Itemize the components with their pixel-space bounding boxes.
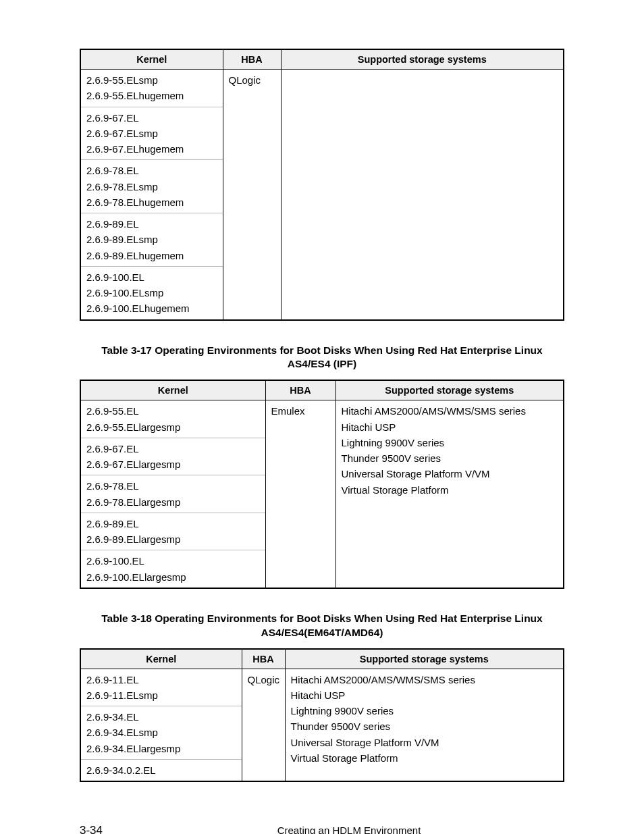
table-row: 2.6.9-11.EL2.6.9-11.ELsmp QLogic Hitachi…: [80, 669, 564, 706]
hba-cell: Emulex: [265, 400, 336, 588]
compatibility-table-1: Kernel HBA Supported storage systems 2.6…: [80, 49, 564, 321]
col-header-kernel: Kernel: [80, 49, 223, 70]
table-row: 2.6.9-55.EL2.6.9-55.ELlargesmp Emulex Hi…: [80, 400, 564, 438]
table-row: 2.6.9-55.ELsmp2.6.9-55.ELhugemem QLogic: [80, 70, 564, 107]
kernel-cell: 2.6.9-55.EL2.6.9-55.ELlargesmp: [80, 400, 265, 438]
sss-cell: Hitachi AMS2000/AMS/WMS/SMS seriesHitach…: [285, 669, 564, 781]
kernel-cell: 2.6.9-34.EL2.6.9-34.ELsmp2.6.9-34.ELlarg…: [80, 706, 242, 760]
kernel-cell: 2.6.9-100.EL2.6.9-100.ELsmp2.6.9-100.ELh…: [80, 266, 223, 319]
table-caption-3-18: Table 3-18 Operating Environments for Bo…: [92, 612, 552, 640]
kernel-cell: 2.6.9-55.ELsmp2.6.9-55.ELhugemem: [80, 70, 223, 107]
col-header-sss: Supported storage systems: [285, 649, 564, 669]
col-header-hba: HBA: [242, 649, 285, 669]
kernel-cell: 2.6.9-78.EL2.6.9-78.ELsmp2.6.9-78.ELhuge…: [80, 160, 223, 213]
kernel-cell: 2.6.9-100.EL2.6.9-100.ELlargesmp: [80, 550, 265, 588]
compatibility-table-3: Kernel HBA Supported storage systems 2.6…: [80, 648, 564, 783]
table-caption-3-17: Table 3-17 Operating Environments for Bo…: [92, 344, 552, 372]
compatibility-table-2: Kernel HBA Supported storage systems 2.6…: [80, 380, 564, 589]
kernel-cell: 2.6.9-67.EL2.6.9-67.ELlargesmp: [80, 438, 265, 475]
kernel-cell: 2.6.9-89.EL2.6.9-89.ELlargesmp: [80, 513, 265, 550]
col-header-sss: Supported storage systems: [336, 380, 564, 400]
col-header-sss: Supported storage systems: [281, 49, 564, 70]
sss-cell: [281, 70, 564, 320]
kernel-cell: 2.6.9-78.EL2.6.9-78.ELlargesmp: [80, 475, 265, 513]
col-header-hba: HBA: [265, 380, 336, 400]
kernel-cell: 2.6.9-34.0.2.EL: [80, 759, 242, 781]
hba-cell: QLogic: [223, 70, 281, 320]
page-footer: 3-34 Creating an HDLM Environment Hitach…: [80, 824, 564, 834]
col-header-hba: HBA: [223, 49, 281, 70]
kernel-cell: 2.6.9-11.EL2.6.9-11.ELsmp: [80, 669, 242, 706]
col-header-kernel: Kernel: [80, 649, 242, 669]
section-title: Creating an HDLM Environment: [134, 825, 564, 834]
kernel-cell: 2.6.9-89.EL2.6.9-89.ELsmp2.6.9-89.ELhuge…: [80, 213, 223, 267]
hba-cell: QLogic: [242, 669, 285, 781]
page-number: 3-34: [80, 824, 134, 834]
sss-cell: Hitachi AMS2000/AMS/WMS/SMS seriesHitach…: [336, 400, 564, 588]
kernel-cell: 2.6.9-67.EL2.6.9-67.ELsmp2.6.9-67.ELhuge…: [80, 107, 223, 160]
col-header-kernel: Kernel: [80, 380, 265, 400]
